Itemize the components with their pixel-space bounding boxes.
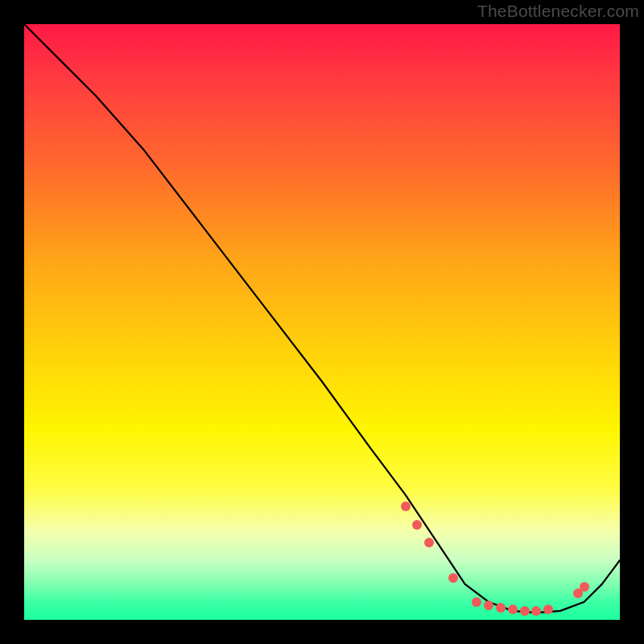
marker-dot <box>412 520 422 530</box>
marker-dot <box>531 606 541 616</box>
marker-dot <box>484 601 493 610</box>
marker-dot <box>496 603 506 613</box>
marker-dot <box>508 605 518 614</box>
marker-dot <box>448 573 458 583</box>
chart-plot-area <box>24 24 620 620</box>
marker-dot <box>472 597 481 607</box>
marker-dot <box>401 502 411 511</box>
curve-path <box>24 24 620 613</box>
marker-dot <box>543 605 553 614</box>
attribution-text: TheBottlenecker.com <box>477 2 639 21</box>
marker-dot <box>424 538 434 547</box>
marker-dot <box>520 606 530 616</box>
chart-curve <box>24 24 620 620</box>
marker-dot <box>580 582 589 592</box>
